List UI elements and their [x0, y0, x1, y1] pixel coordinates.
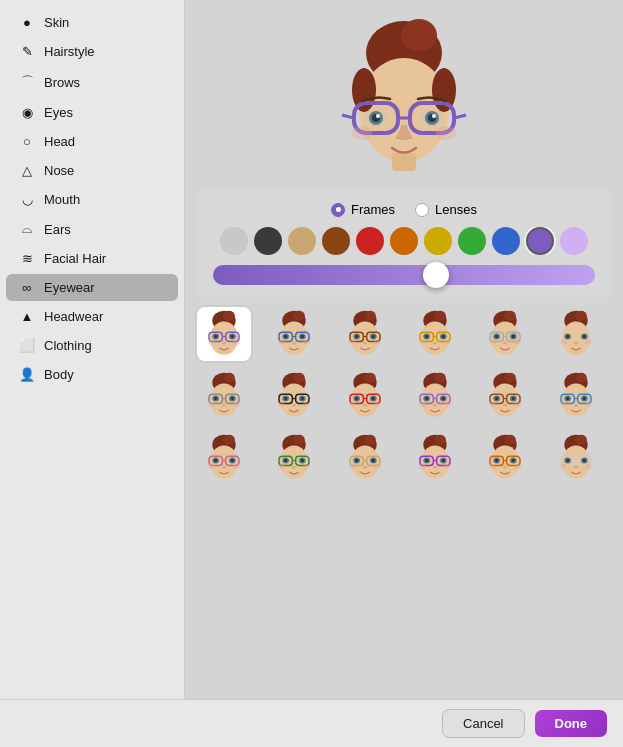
sidebar-item-nose[interactable]: △Nose [6, 157, 178, 184]
svg-point-55 [355, 335, 358, 338]
sidebar-item-ears[interactable]: ⌓Ears [6, 215, 178, 243]
svg-point-161 [503, 404, 507, 407]
svg-point-59 [374, 340, 381, 345]
svg-point-121 [301, 397, 304, 400]
svg-point-46 [303, 340, 310, 345]
color-swatch-purple[interactable] [526, 227, 554, 255]
eyewear-option-6[interactable] [547, 305, 605, 363]
sidebar-item-hairstyle[interactable]: ✎Hairstyle [6, 38, 178, 65]
color-swatch-brown[interactable] [322, 227, 350, 255]
brows-icon: ⌒ [18, 73, 36, 91]
svg-point-162 [489, 402, 496, 407]
svg-point-83 [503, 342, 507, 345]
svg-point-187 [222, 466, 226, 469]
eyewear-option-16[interactable] [406, 429, 464, 487]
sidebar-item-mouth[interactable]: ◡Mouth [6, 186, 178, 213]
eyewear-option-14[interactable] [265, 429, 323, 487]
svg-point-111 [233, 402, 240, 407]
sidebar-item-headwear-label: Headwear [44, 309, 103, 324]
eyewear-option-13[interactable] [195, 429, 253, 487]
facial-hair-icon: ≋ [18, 251, 36, 266]
svg-point-133 [355, 397, 358, 400]
avatar-preview [324, 10, 484, 180]
svg-point-250 [566, 459, 569, 462]
sidebar-item-head-label: Head [44, 134, 75, 149]
svg-point-152 [504, 373, 516, 383]
color-swatch-blue[interactable] [492, 227, 520, 255]
slider-thumb[interactable] [423, 262, 449, 288]
eyewear-option-8[interactable] [265, 367, 323, 425]
color-swatch-tan[interactable] [288, 227, 316, 255]
svg-point-224 [425, 459, 428, 462]
svg-point-74 [504, 311, 516, 321]
eyewear-option-10[interactable] [406, 367, 464, 425]
eyewear-option-1[interactable] [195, 305, 253, 363]
eyes-icon: ◉ [18, 105, 36, 120]
sidebar-item-headwear[interactable]: ▲Headwear [6, 303, 178, 330]
eyewear-option-7[interactable] [195, 367, 253, 425]
eyewear-option-2[interactable] [265, 305, 323, 363]
sidebar-item-clothing[interactable]: ⬜Clothing [6, 332, 178, 359]
color-swatch-dark-gray[interactable] [254, 227, 282, 255]
hairstyle-icon: ✎ [18, 44, 36, 59]
svg-point-42 [284, 335, 287, 338]
eyewear-option-17[interactable] [476, 429, 534, 487]
color-swatch-orange[interactable] [390, 227, 418, 255]
eyewear-option-9[interactable] [336, 367, 394, 425]
sidebar-item-brows[interactable]: ⌒Brows [6, 67, 178, 97]
svg-point-18 [432, 114, 436, 118]
controls-panel: Frames Lenses [195, 190, 613, 297]
svg-point-110 [208, 402, 215, 407]
svg-point-217 [434, 435, 446, 445]
svg-point-241 [514, 464, 521, 469]
svg-point-94 [566, 335, 569, 338]
svg-point-213 [363, 466, 367, 469]
slider-track[interactable] [213, 265, 595, 285]
eyewear-option-12[interactable] [547, 367, 605, 425]
eyewear-option-4[interactable] [406, 305, 464, 363]
frames-toggle[interactable]: Frames [331, 202, 395, 217]
sidebar-item-ears-label: Ears [44, 222, 71, 237]
color-swatch-green[interactable] [458, 227, 486, 255]
color-swatch-yellow[interactable] [424, 227, 452, 255]
svg-point-174 [574, 404, 578, 407]
sidebar-item-facial-hair[interactable]: ≋Facial Hair [6, 245, 178, 272]
emoji-grid [195, 305, 613, 487]
head-icon: ○ [18, 134, 36, 149]
eyewear-option-3[interactable] [336, 305, 394, 363]
sidebar-item-head[interactable]: ○Head [6, 128, 178, 155]
svg-point-98 [585, 340, 592, 345]
svg-point-149 [419, 402, 426, 407]
svg-point-172 [566, 397, 569, 400]
eyewear-option-11[interactable] [476, 367, 534, 425]
svg-point-122 [292, 404, 296, 407]
sidebar-item-body[interactable]: 👤Body [6, 361, 178, 388]
eyewear-option-15[interactable] [336, 429, 394, 487]
svg-point-68 [425, 335, 428, 338]
svg-point-159 [495, 397, 498, 400]
svg-point-84 [489, 340, 496, 345]
sidebar-item-skin[interactable]: ●Skin [6, 9, 178, 36]
done-button[interactable]: Done [535, 710, 608, 737]
eyewear-option-18[interactable] [547, 429, 605, 487]
headwear-icon: ▲ [18, 309, 36, 324]
eyewear-option-5[interactable] [476, 305, 534, 363]
lenses-toggle[interactable]: Lenses [415, 202, 477, 217]
svg-point-201 [278, 464, 285, 469]
color-swatch-red[interactable] [356, 227, 384, 255]
svg-point-228 [444, 464, 451, 469]
sidebar-item-eyes[interactable]: ◉Eyes [6, 99, 178, 126]
cancel-button[interactable]: Cancel [442, 709, 524, 738]
avatar-svg [334, 15, 474, 175]
sidebar-item-eyes-label: Eyes [44, 105, 73, 120]
svg-point-58 [349, 340, 356, 345]
lenses-label: Lenses [435, 202, 477, 217]
color-swatch-light-purple[interactable] [560, 227, 588, 255]
svg-point-56 [371, 335, 374, 338]
mouth-icon: ◡ [18, 192, 36, 207]
frames-radio[interactable] [331, 203, 345, 217]
sidebar-item-eyewear[interactable]: ∞Eyewear [6, 274, 178, 301]
svg-point-178 [223, 435, 235, 445]
lenses-radio[interactable] [415, 203, 429, 217]
color-swatch-light-gray[interactable] [220, 227, 248, 255]
